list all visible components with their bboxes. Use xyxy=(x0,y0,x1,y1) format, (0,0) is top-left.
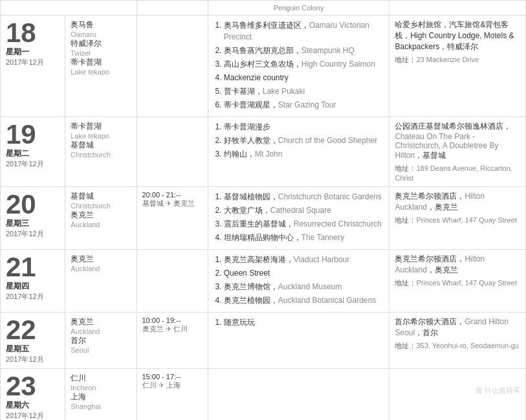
flight-cell-18 xyxy=(137,16,208,117)
hotel-name: 奥克兰希尔顿酒店，Hilton Auckland，奥克兰 xyxy=(395,191,520,213)
day-cell-20: 20 星期三 2017年12月 xyxy=(1,187,65,250)
attractions-cell-20: 基督城植物园，Christchurch Botanic Gardens 大教堂广… xyxy=(208,187,389,250)
hotel-cell-19: 公园酒庄基督城希尔顿逸林酒店，Chateau On The Park - Chr… xyxy=(389,117,526,187)
attraction-en: Star Gazing Tour xyxy=(278,100,336,109)
attractions-cell-22: 随意玩玩 xyxy=(208,313,389,369)
attractions-cell-23 xyxy=(208,369,389,421)
city-name-cn: 上海 xyxy=(71,392,131,403)
attraction-name: 奥马鲁维多利亚遗迹区， xyxy=(224,21,309,30)
attraction-name: 约翰山， xyxy=(224,149,255,159)
city-name-cn: 基督城 xyxy=(71,191,131,202)
day-label: 星期二 xyxy=(6,148,60,159)
city-name-cn: 蒂卡普湖 xyxy=(71,121,131,132)
table-row: 19 星期二 2017年12月 蒂卡普湖 Lake tekapo 基督城 Chr… xyxy=(1,117,526,187)
hotel-name: 首尔希尔顿大酒店，Grand Hilton Seoul，首尔 xyxy=(395,316,520,338)
city-name-en: Twizel xyxy=(71,49,131,57)
attraction-name: 奥克兰植物园， xyxy=(224,296,278,305)
city-name-cn: 首尔 xyxy=(71,335,131,346)
day-date: 2017年12月 xyxy=(6,159,60,169)
attractions-cell-19: 蒂卡普湖漫步 好牧羊人教堂，Church of the Good Shepher… xyxy=(208,117,389,187)
address-label: 地址： xyxy=(395,342,416,349)
attraction-name: 基督城植物园， xyxy=(224,192,278,201)
day-label: 星期五 xyxy=(6,344,60,355)
flight-route: 奥克兰 ✈ 仁川 xyxy=(142,324,203,334)
city-cell-18: 奥马鲁 Oamaru 特威泽尔 Twizel 蒂卡普湖 Lake tekapo xyxy=(65,16,137,117)
attraction-name: 奥马鲁蒸汽朋克总部， xyxy=(224,46,301,55)
hotel-cell-22: 首尔希尔顿大酒店，Grand Hilton Seoul，首尔 地址：353, Y… xyxy=(389,313,526,369)
top-note-row: Penguin Colony xyxy=(1,1,526,16)
day-label: 星期三 xyxy=(6,218,60,229)
city-name-cn: 奥克兰 xyxy=(71,254,131,265)
city-cell-21: 奥克兰 Auckland xyxy=(65,250,137,313)
table-row: 21 星期四 2017年12月 奥克兰 Auckland 奥克兰高架桥海港，Vi… xyxy=(1,250,526,313)
flight-time: 10:00 - 19:-- xyxy=(142,316,203,324)
attraction-name: 蒂卡普湖漫步 xyxy=(224,122,270,131)
attraction-en: Church of the Good Shepher xyxy=(278,136,377,145)
attraction-en: Viaduct Harbour xyxy=(294,255,350,264)
hotel-cell-21: 奥克兰希尔顿酒店，Hilton Auckland，奥克兰 地址：Princes … xyxy=(389,250,526,313)
city-name-en: Christchurch xyxy=(71,202,131,210)
attraction-en: The Tannery xyxy=(301,233,345,242)
city-cell-19: 蒂卡普湖 Lake tekapo 基督城 Christchurch xyxy=(65,117,137,187)
address-label: 地址： xyxy=(395,164,416,172)
attraction-en: High Country Salmon xyxy=(301,60,375,69)
attraction-name: 震后重生的基督城， xyxy=(224,219,294,228)
hotel-name: 奥克兰希尔顿酒店，Hilton Auckland，奥克兰 xyxy=(395,254,520,276)
city-name-en: Seoul xyxy=(71,346,131,354)
day-number: 18 xyxy=(6,19,60,47)
flight-cell-19 xyxy=(137,117,208,187)
attraction-en: Auckland Botanical Gardens xyxy=(278,296,376,305)
city-name-en: Auckland xyxy=(71,327,131,335)
attractions-cell-18: 奥马鲁维多利亚遗迹区，Oamaru Victorian Precinct 奥马鲁… xyxy=(208,16,389,117)
city-name-en: Lake tekapo xyxy=(71,68,131,76)
hotel-address: 353, Yeonhui-ro, Seodaemun-gu xyxy=(416,342,519,349)
city-name-en: Lake tekapo xyxy=(71,132,131,140)
day-number: 19 xyxy=(6,121,60,148)
day-cell-23: 23 星期六 2017年12月 xyxy=(1,369,65,421)
city-name-cn: 基督城 xyxy=(71,140,131,151)
day-cell-21: 21 星期四 2017年12月 xyxy=(1,250,65,313)
day-date: 2017年12月 xyxy=(6,411,60,420)
day-number: 20 xyxy=(6,191,60,218)
day-number: 21 xyxy=(6,254,60,281)
day-date: 2017年12月 xyxy=(6,229,60,239)
city-name-en: Oamaru xyxy=(71,30,131,38)
day-label: 星期六 xyxy=(6,400,60,411)
hotel-name: 公园酒庄基督城希尔顿逸林酒店，Chateau On The Park - Chr… xyxy=(395,121,520,161)
hotel-cell-23: 值 什么值得买 xyxy=(389,369,526,421)
hotel-cell-20: 奥克兰希尔顿酒店，Hilton Auckland，奥克兰 地址：Princes … xyxy=(389,187,526,250)
flight-route: 基督城 ✈ 奥克兰 xyxy=(142,199,203,208)
city-cell-22: 奥克兰 Auckland 首尔 Seoul xyxy=(65,313,137,369)
flight-cell-23: 15:00 - 17:-- 仁川 ✈ 上海 xyxy=(137,369,208,421)
city-name-en: Auckland xyxy=(71,265,131,272)
flight-time: 15:00 - 17:-- xyxy=(142,373,203,381)
city-name-en: Christchurch xyxy=(71,151,131,159)
attraction-en: Christchurch Botanic Gardens xyxy=(278,192,382,201)
city-name-cn: 奥克兰 xyxy=(71,210,131,221)
hotel-address: 23 Mackenzie Drive xyxy=(416,56,479,63)
day-cell-18: 18 星期一 2017年12月 xyxy=(1,16,65,117)
attraction-name: Queen Street xyxy=(224,269,270,278)
city-name-cn: 蒂卡普湖 xyxy=(71,57,131,68)
day-date: 2017年12月 xyxy=(6,355,60,364)
flight-route: 仁川 ✈ 上海 xyxy=(142,381,203,390)
hotel-address: Princes Wharf, 147 Quay Street xyxy=(416,279,516,287)
city-cell-23: 仁川 Incheon 上海 Shanghai xyxy=(65,369,137,421)
flight-time: 20:00 - 21:-- xyxy=(142,191,203,199)
day-date: 2017年12月 xyxy=(6,292,60,302)
attraction-en: Cathedral Square xyxy=(270,206,331,215)
table-row: 18 星期一 2017年12月 奥马鲁 Oamaru 特威泽尔 Twizel 蒂… xyxy=(1,16,526,117)
table-row: 20 星期三 2017年12月 基督城 Christchurch 奥克兰 Auc… xyxy=(1,187,526,250)
day-date: 2017年12月 xyxy=(6,58,60,67)
attractions-cell-21: 奥克兰高架桥海港，Viaduct Harbour Queen Street 奥克… xyxy=(208,250,389,313)
attraction-name: 随意玩玩 xyxy=(224,318,255,327)
table-row: 23 星期六 2017年12月 仁川 Incheon 上海 Shanghai 1… xyxy=(1,369,526,421)
attraction-en: Resurrected Christchurch xyxy=(294,219,382,228)
hotel-name: 哈爱乡村旅馆，汽车旅馆&背包客栈，High Country Lodge, Mot… xyxy=(395,19,520,52)
day-cell-19: 19 星期二 2017年12月 xyxy=(1,117,65,187)
day-cell-22: 22 星期五 2017年12月 xyxy=(1,313,65,369)
flight-cell-20: 20:00 - 21:-- 基督城 ✈ 奥克兰 xyxy=(137,187,208,250)
attraction-name: 奥克兰博物馆， xyxy=(224,282,278,291)
address-label: 地址： xyxy=(395,279,416,287)
flight-cell-21 xyxy=(137,250,208,313)
